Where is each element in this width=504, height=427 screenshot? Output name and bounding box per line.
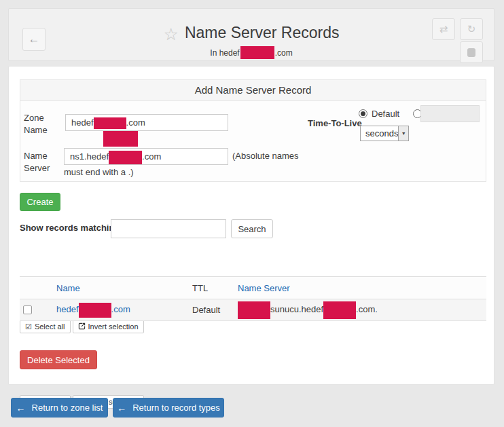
zone-name-value-prefix: hedef — [71, 117, 94, 128]
ttl-column-header: TTL — [192, 277, 238, 299]
ttl-default-label: Default — [372, 109, 399, 119]
refresh-tab-icon: ⇄ — [439, 23, 448, 35]
name-server-column-link[interactable]: Name Server — [238, 283, 290, 293]
bookmark-star-icon[interactable]: ☆ — [164, 24, 179, 43]
return-to-record-types-label: Return to record types — [132, 403, 220, 413]
zone-name-input[interactable]: hedef.com — [65, 114, 228, 131]
return-to-zone-list-button[interactable]: ← Return to zone list — [11, 398, 108, 417]
record-name-server-cell: sunucu.hedef.com. — [238, 299, 486, 321]
absolute-names-hint-2: must end with a .) — [64, 167, 134, 177]
reload-icon: ↻ — [467, 23, 476, 35]
record-ns-suffix: .com. — [356, 304, 378, 314]
redaction-box — [240, 46, 274, 59]
page-title: Name Server Records — [185, 24, 340, 41]
select-all-label: Select all — [35, 322, 65, 331]
absolute-names-hint-1: (Absolute names — [232, 151, 299, 161]
record-ns-mid: sunucu.hedef — [270, 304, 323, 314]
record-name-suffix: .com — [111, 304, 130, 314]
page-subtitle: In hedef .com — [9, 46, 494, 59]
ttl-label: Time-To-Live — [308, 118, 362, 128]
header-buttons: ⇄ ↻ — [432, 18, 483, 64]
checkbox-column-header — [20, 277, 56, 299]
delete-selected-button[interactable]: Delete Selected — [20, 350, 97, 369]
redaction-box — [94, 117, 126, 129]
ttl-custom-input[interactable] — [420, 105, 480, 122]
left-arrow-icon: ← — [117, 403, 126, 413]
redaction-box — [323, 301, 356, 319]
subtitle-suffix: .com — [275, 48, 293, 58]
left-arrow-icon: ← — [16, 403, 26, 413]
table-header-row: Name TTL Name Server — [20, 277, 486, 299]
search-input[interactable] — [111, 219, 226, 238]
page-header: ← ☆Name Server Records In hedef .com ⇄ ↻ — [8, 8, 494, 61]
title-block: ☆Name Server Records In hedef .com — [9, 24, 494, 59]
select-all-button[interactable]: ☑ Select all — [20, 320, 71, 333]
redaction-box — [79, 303, 111, 318]
refresh-modules-button[interactable]: ⇄ — [432, 18, 455, 40]
name-server-label: Name Server — [24, 150, 59, 174]
record-ttl-cell: Default — [192, 299, 238, 321]
add-record-panel-title: Add Name Server Record — [20, 80, 486, 101]
ttl-default-radio[interactable] — [359, 109, 367, 118]
return-to-record-types-button[interactable]: ← Return to record types — [113, 398, 224, 417]
invert-selection-button[interactable]: Invert selection — [73, 320, 144, 333]
square-icon — [467, 48, 475, 57]
reload-page-button[interactable]: ↻ — [460, 18, 483, 40]
name-column-header: Name — [56, 277, 192, 299]
stop-button[interactable] — [460, 41, 483, 63]
redaction-box — [109, 151, 142, 164]
ttl-unit-value: seconds — [361, 126, 398, 141]
redaction-box — [238, 301, 270, 319]
name-server-input[interactable]: ns1.hedef.com — [64, 148, 228, 165]
subtitle-prefix: In hedef — [210, 48, 239, 58]
checked-box-icon: ☑ — [25, 323, 32, 331]
name-column-link[interactable]: Name — [56, 283, 80, 293]
chevron-down-icon: ▼ — [398, 126, 408, 141]
return-to-zone-list-label: Return to zone list — [32, 403, 103, 413]
record-name-prefix: hedef — [56, 304, 79, 314]
page: ← ☆Name Server Records In hedef .com ⇄ ↻ — [0, 0, 504, 427]
ttl-unit-select[interactable]: seconds ▼ — [360, 126, 409, 141]
invert-selection-icon — [78, 322, 86, 331]
zone-name-value-suffix: .com — [126, 117, 145, 128]
zone-name-label: Zone Name — [24, 112, 59, 136]
records-table: Name TTL Name Server hedef.com Default s… — [20, 276, 486, 321]
redaction-box — [103, 131, 138, 147]
invert-selection-label: Invert selection — [88, 322, 139, 331]
search-label: Show records matching: — [20, 223, 123, 233]
name-server-value-suffix: .com — [142, 151, 161, 162]
name-server-column-header: Name Server — [238, 277, 486, 299]
table-row: hedef.com Default sunucu.hedef.com. — [20, 299, 486, 321]
search-button[interactable]: Search — [231, 219, 273, 238]
create-button[interactable]: Create — [20, 193, 60, 211]
ttl-options: Default — [359, 109, 422, 119]
content-panel: Add Name Server Record Zone Name hedef.c… — [8, 66, 494, 385]
selection-controls-top: ☑ Select all Invert selection — [20, 320, 144, 333]
name-server-value-prefix: ns1.hedef — [70, 151, 109, 162]
record-name-link[interactable]: hedef.com — [56, 304, 130, 314]
row-checkbox[interactable] — [23, 305, 32, 314]
add-record-form: Zone Name hedef.com Time-To-Live Default… — [20, 101, 486, 181]
add-record-panel: Add Name Server Record Zone Name hedef.c… — [20, 79, 486, 182]
